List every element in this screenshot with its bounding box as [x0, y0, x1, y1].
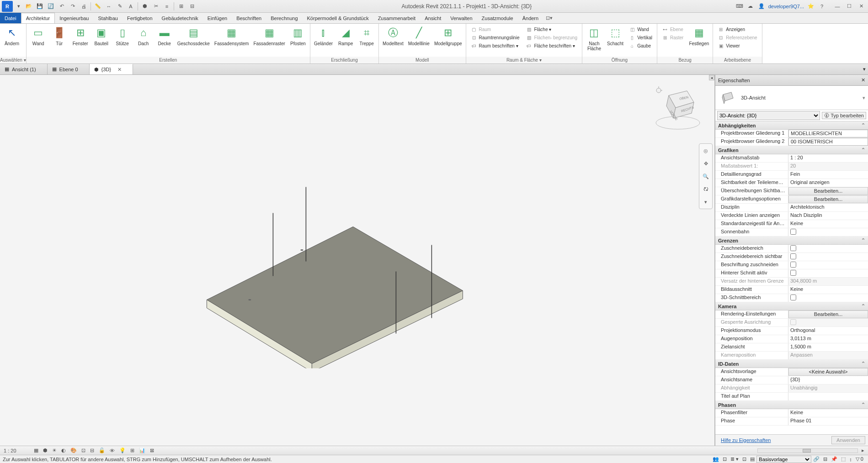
tag-icon[interactable]: ✎ [116, 2, 124, 11]
print-icon[interactable]: 🖨 [80, 2, 88, 11]
prop-schnittbereich-value[interactable] [788, 294, 868, 302]
filter-icon[interactable]: ▽ 0 [854, 456, 865, 462]
tab-zusatzmodule[interactable]: Zusatzmodule [477, 13, 518, 23]
festlegen-button[interactable]: ▦Festlegen [687, 25, 711, 47]
tab-verwalten[interactable]: Verwalten [446, 13, 477, 23]
open-icon[interactable]: 📂 [25, 2, 33, 11]
group-phasen[interactable]: Phasen⌃ [715, 401, 868, 409]
anzeigen-button[interactable]: ⊞Anzeigen [716, 26, 759, 33]
file-tab[interactable]: Datei [0, 13, 21, 23]
navbar-more-icon[interactable]: ▾ [701, 197, 711, 207]
keyboard-icon[interactable]: ⌨ [735, 2, 744, 11]
thinlines-icon[interactable]: ≡ [163, 2, 171, 11]
select-pinned-icon[interactable]: 📌 [829, 456, 839, 462]
help-icon[interactable]: ? [818, 2, 826, 11]
bauteil-button[interactable]: ▣Bauteil [91, 25, 112, 47]
prop-phase-value[interactable]: Phase 01 [788, 417, 868, 425]
select-face-icon[interactable]: ⬚ [839, 456, 847, 462]
modelltext-button[interactable]: ⒶModelltext [381, 25, 405, 47]
save-icon[interactable]: 💾 [36, 2, 44, 11]
schacht-button[interactable]: ⬚Schacht [605, 25, 625, 47]
viewtab-3d[interactable]: ⬢{3D}✕ [90, 64, 133, 74]
default3d-icon[interactable]: ⬢ [141, 2, 149, 11]
zoom-icon[interactable]: 🔍 [701, 171, 711, 181]
modify-button[interactable]: ↖ Ändern [2, 25, 22, 47]
tab-zusammenarbeit[interactable]: Zusammenarbeit [373, 13, 421, 23]
sun-path-icon[interactable]: ☀ [51, 447, 58, 453]
group-grenzen[interactable]: Grenzen⌃ [715, 237, 868, 245]
pan-icon[interactable]: ✥ [701, 158, 711, 168]
prop-sichtbarkeit-value[interactable]: Original anzeigen [788, 179, 868, 187]
prop-gliederung2-value[interactable]: 00 ISOMETRISCH [788, 138, 868, 146]
tab-ansicht[interactable]: Ansicht [420, 13, 446, 23]
sync-icon[interactable]: 🔄 [47, 2, 55, 11]
type-dropdown-icon[interactable]: ▾ [863, 95, 865, 101]
modelllinie-button[interactable]: ╱Modelllinie [406, 25, 431, 47]
fassadensystem-button[interactable]: ▦Fassadensystem [213, 25, 251, 47]
editable-only-icon[interactable]: ⊡ [721, 456, 729, 462]
prop-projektion-value[interactable]: Orthogonal [788, 327, 868, 335]
treppe-button[interactable]: ⌗Treppe [357, 25, 377, 47]
view-scrollbar[interactable] [757, 448, 858, 453]
tuer-button[interactable]: 🚪Tür [49, 25, 69, 47]
geschossdecke-button[interactable]: ▤Geschossdecke [176, 25, 212, 47]
close-tab-icon[interactable]: ✕ [117, 67, 122, 73]
measure-icon[interactable]: 📏 [94, 2, 102, 11]
gaube-button[interactable]: ⌂Gaube [627, 42, 654, 49]
group-abhaengigkeiten[interactable]: Abhängigkeiten⌃ [715, 121, 868, 130]
stuetze-button[interactable]: ▯Stütze [112, 25, 133, 47]
tab-architektur[interactable]: Architektur [21, 13, 55, 23]
tab-koerpermodell[interactable]: Körpermodell & Grundstück [303, 13, 373, 23]
flaeche-button[interactable]: ▨Fläche ▾ [524, 26, 579, 33]
basisvorlage-select[interactable]: Basisvorlage [756, 456, 811, 463]
switch-windows-icon[interactable]: ⊟ [188, 2, 196, 11]
prop-ziel-value[interactable]: 1,5000 m [788, 343, 868, 351]
detail-level-icon[interactable]: ▦ [33, 447, 39, 453]
pfosten-button[interactable]: ▥Pfosten [288, 25, 308, 47]
close-inactive-icon[interactable]: ⊞ [177, 2, 185, 11]
section-icon[interactable]: ✂ [152, 2, 160, 11]
viewport-3d[interactable]: ◂ OBEN VORNE RECHTS ◎ ✥ 🔍 🗘 ▾ [0, 75, 715, 446]
user-account-link[interactable]: developer9Q7... [768, 4, 804, 9]
undo-icon[interactable]: ↶ [58, 2, 66, 11]
rampe-button[interactable]: ◢Rampe [335, 25, 356, 47]
tab-gebaeudetechnik[interactable]: Gebäudetechnik [157, 13, 203, 23]
collapse-icon[interactable]: ⌃ [861, 361, 865, 367]
tab-berechnung[interactable]: Berechnung [266, 13, 302, 23]
fassadenraster-button[interactable]: ▦Fassadenraster [251, 25, 287, 47]
wand-oeffnung-button[interactable]: ◫Wand [627, 26, 654, 33]
decke-button[interactable]: ▬Decke [154, 25, 175, 47]
scroll-right-icon[interactable]: ▸ [861, 447, 865, 453]
worksharing-display-icon[interactable]: ⊞ [129, 447, 135, 453]
raum-button[interactable]: ▢Raum [469, 26, 522, 33]
prop-analyse-value[interactable]: Keine [788, 220, 868, 228]
shadows-icon[interactable]: ◐ [60, 447, 67, 453]
ebene-button[interactable]: ⊷Ebene [660, 26, 685, 33]
select-links-icon[interactable]: 🔗 [811, 456, 821, 462]
group-raumflaeche-label[interactable]: Raum & Fläche ▾ [466, 57, 582, 63]
tab-einfuegen[interactable]: Einfügen [203, 13, 232, 23]
properties-apply-button[interactable]: Anwenden [831, 436, 865, 444]
referenzebene-button[interactable]: ⊡Referenzebene [716, 34, 759, 41]
tab-beschriften[interactable]: Beschriften [232, 13, 266, 23]
infocenter-icon[interactable]: ☁ [746, 2, 755, 11]
viewer-button[interactable]: ▣Viewer [716, 42, 759, 49]
prop-hintschnitt-value[interactable] [788, 269, 868, 277]
prop-gliederung1-value[interactable]: MODELLIERSICHTEN [788, 130, 868, 137]
dach-button[interactable]: ⌂Dach [133, 25, 154, 47]
tab-fertigbeton[interactable]: Fertigbeton [122, 13, 157, 23]
visual-style-icon[interactable]: ⬢ [42, 447, 48, 453]
crop-view-icon[interactable]: ⊡ [80, 447, 86, 453]
flaechenbegrenzung-button[interactable]: ▧Flächen- begrenzung [524, 34, 579, 41]
orbit-icon[interactable]: 🗘 [701, 184, 711, 194]
crop-region-icon[interactable]: ⊟ [89, 447, 95, 453]
prop-bildausschnitt-value[interactable]: Keine [788, 286, 868, 294]
raster-button[interactable]: ⊞Raster [660, 34, 685, 41]
temp-hide-icon[interactable]: 👁 [109, 448, 116, 453]
analytical-model-icon[interactable]: 📊 [138, 447, 146, 453]
properties-body[interactable]: Abhängigkeiten⌃ Projektbrowser Gliederun… [715, 121, 868, 434]
view-scale[interactable]: 1 : 20 [3, 448, 30, 453]
viewtab-ebene0[interactable]: ▦Ebene 0 [48, 64, 90, 74]
tab-aendern[interactable]: Ändern [518, 13, 543, 23]
properties-help-link[interactable]: Hilfe zu Eigenschaften [718, 436, 773, 445]
